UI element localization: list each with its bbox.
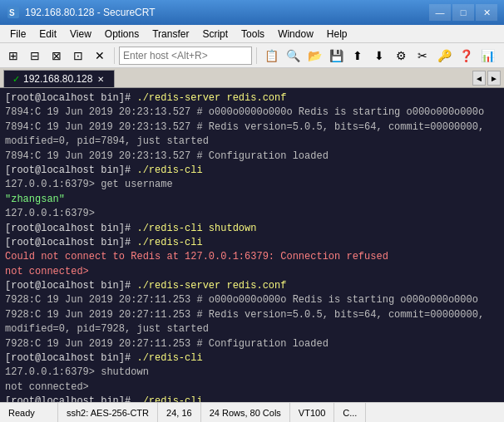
status-bar: Ready ssh2: AES-256-CTR 24, 16 24 Rows, …	[0, 402, 504, 422]
menu-view[interactable]: View	[63, 25, 98, 42]
toolbar-btn-15[interactable]: ❓	[456, 46, 476, 66]
status-cursor: 24, 16	[158, 403, 201, 422]
window-title: 192.168.80.128 - SecureCRT	[25, 7, 429, 18]
toolbar-btn-8[interactable]: 📂	[304, 46, 324, 66]
tab-nav: ◄ ►	[472, 71, 501, 87]
terminal-line: 7894:C 19 Jun 2019 20:23:13.527 # o000o0…	[5, 106, 484, 118]
menu-script[interactable]: Script	[195, 25, 235, 42]
menu-tools[interactable]: Tools	[235, 25, 271, 42]
terminal-line: 7928:C 19 Jun 2019 20:27:11.253 # Config…	[5, 338, 329, 350]
terminal-line: 127.0.0.1:6379> get username	[5, 179, 173, 190]
toolbar-btn-9[interactable]: 💾	[326, 46, 346, 66]
terminal-line: 7894:C 19 Jun 2019 20:23:13.527 # Config…	[5, 150, 329, 162]
tab-prev-button[interactable]: ◄	[472, 71, 486, 86]
toolbar-separator-1	[114, 47, 115, 64]
host-input[interactable]	[119, 47, 252, 65]
status-ready: Ready	[0, 403, 58, 422]
menu-options[interactable]: Options	[98, 25, 146, 42]
menu-file[interactable]: File	[3, 25, 32, 42]
tab-check-icon: ✓	[12, 74, 20, 85]
status-extra: C...	[334, 403, 366, 422]
toolbar-btn-1[interactable]: ⊞	[3, 46, 23, 66]
terminal-line: [root@localhost bin]# ./redis-cli	[5, 395, 203, 402]
toolbar-btn-12[interactable]: ⚙	[391, 46, 411, 66]
terminal-line: 127.0.0.1:6379> shutdown	[5, 366, 149, 378]
terminal-line: [root@localhost bin]# ./redis-cli	[5, 237, 203, 248]
toolbar-btn-2[interactable]: ⊟	[25, 46, 45, 66]
close-button[interactable]: ✕	[476, 4, 497, 21]
terminal-line: 7894:C 19 Jun 2019 20:23:13.527 # Redis …	[5, 121, 484, 133]
terminal-line: not connected>	[5, 381, 89, 393]
title-bar: S 192.168.80.128 - SecureCRT — □ ✕	[0, 0, 504, 25]
menu-bar: File Edit View Options Transfer Script T…	[0, 25, 504, 43]
tab-close-button[interactable]: ✕	[96, 75, 106, 84]
terminal-line: modified=0, pid=7894, just started	[5, 135, 209, 147]
toolbar-btn-11[interactable]: ⬇	[369, 46, 389, 66]
terminal-line: "zhangsan"	[5, 194, 65, 205]
toolbar-btn-5[interactable]: ✕	[90, 46, 110, 66]
svg-text:S: S	[9, 8, 15, 17]
terminal-output[interactable]: [root@localhost bin]# ./redis-server red…	[0, 88, 504, 402]
terminal-line: [root@localhost bin]# ./redis-cli shutdo…	[5, 223, 256, 234]
toolbar: ⊞ ⊟ ⊠ ⊡ ✕ 📋 🔍 📂 💾 ⬆ ⬇ ⚙ ✂ 🔑 ❓ 📊	[0, 43, 504, 68]
toolbar-btn-3[interactable]: ⊠	[47, 46, 67, 66]
menu-transfer[interactable]: Transfer	[146, 25, 195, 42]
toolbar-btn-4[interactable]: ⊡	[68, 46, 88, 66]
app-icon: S	[7, 6, 20, 19]
window-controls: — □ ✕	[429, 4, 497, 21]
terminal-line: 127.0.0.1:6379>	[5, 208, 95, 219]
tab-next-button[interactable]: ►	[487, 71, 501, 86]
tab-label: 192.168.80.128	[23, 73, 92, 85]
terminal-line: [root@localhost bin]# ./redis-server red…	[5, 280, 286, 292]
terminal-line: 7928:C 19 Jun 2019 20:27:11.253 # o000o0…	[5, 294, 478, 306]
terminal-line: [root@localhost bin]# ./redis-cli	[5, 352, 203, 364]
terminal-line: 7928:C 19 Jun 2019 20:27:11.253 # Redis …	[5, 309, 484, 321]
toolbar-btn-7[interactable]: 🔍	[283, 46, 303, 66]
menu-help[interactable]: Help	[320, 25, 354, 42]
status-encryption: ssh2: AES-256-CTR	[58, 403, 158, 422]
tab-session[interactable]: ✓ 192.168.80.128 ✕	[3, 70, 115, 87]
menu-edit[interactable]: Edit	[32, 25, 63, 42]
toolbar-btn-10[interactable]: ⬆	[348, 46, 368, 66]
toolbar-btn-14[interactable]: 🔑	[434, 46, 454, 66]
toolbar-btn-13[interactable]: ✂	[413, 46, 432, 66]
status-dimensions: 24 Rows, 80 Cols	[201, 403, 290, 422]
tab-bar: ✓ 192.168.80.128 ✕ ◄ ►	[0, 68, 504, 88]
status-terminal: VT100	[290, 403, 334, 422]
toolbar-btn-6[interactable]: 📋	[261, 46, 281, 66]
terminal-line: Could not connect to Redis at 127.0.0.1:…	[5, 251, 388, 263]
toolbar-separator-2	[256, 47, 257, 64]
terminal-line: [root@localhost bin]# ./redis-server red…	[5, 92, 286, 104]
menu-window[interactable]: Window	[271, 25, 320, 42]
minimize-button[interactable]: —	[429, 4, 451, 21]
terminal-line: [root@localhost bin]# ./redis-cli	[5, 164, 203, 176]
maximize-button[interactable]: □	[452, 4, 474, 21]
terminal-line: modified=0, pid=7928, just started	[5, 323, 209, 335]
toolbar-btn-16[interactable]: 📊	[477, 46, 497, 66]
terminal-line: not connected>	[5, 266, 89, 277]
